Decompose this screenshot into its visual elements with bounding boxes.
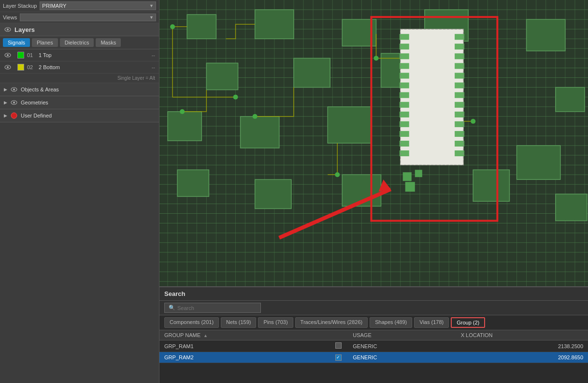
svg-rect-99 (556, 88, 585, 112)
filter-tabs-bar: Components (201) Nets (159) Pins (703) T… (159, 315, 588, 330)
section-geometries-visibility-icon[interactable] (10, 99, 18, 106)
svg-rect-129 (455, 83, 464, 88)
svg-rect-125 (455, 44, 464, 49)
single-layer-hint: Single Layer = Alt (0, 74, 159, 83)
section-geometries-arrow-icon: ▶ (4, 100, 7, 105)
section-user-defined-visibility-icon[interactable] (10, 112, 18, 119)
layer-stackup-label: Layer Stackup (3, 3, 37, 9)
row-checkbox[interactable]: ✓ (335, 354, 342, 361)
svg-rect-122 (400, 141, 409, 147)
svg-rect-115 (400, 73, 409, 79)
search-icon: 🔍 (169, 305, 175, 311)
col-header-checkbox (329, 330, 348, 340)
svg-rect-133 (455, 121, 464, 127)
filter-tab-components[interactable]: Components (201) (164, 317, 219, 328)
svg-rect-92 (168, 112, 201, 141)
svg-point-1 (7, 29, 9, 30)
filter-tab-shapes[interactable]: Shapes (489) (370, 317, 412, 328)
filter-tab-vias[interactable]: Vias (178) (414, 317, 449, 328)
layer-01-dashes: -- (152, 52, 155, 58)
row-usage: GENERIC (348, 352, 456, 363)
section-user-defined[interactable]: ▶ User Defined (0, 109, 159, 122)
tab-masks[interactable]: Masks (96, 38, 121, 47)
search-input-wrap: 🔍 (164, 303, 261, 313)
row-checkbox-cell: ✓ (329, 352, 348, 363)
row-usage: GENERIC (348, 340, 456, 352)
pcb-svg (159, 0, 588, 286)
layer-tabs: Signals Planes Dielectrics Masks (0, 36, 159, 49)
svg-point-104 (233, 95, 238, 100)
svg-rect-137 (403, 172, 412, 181)
filter-tab-pins[interactable]: Pins (703) (258, 317, 293, 328)
views-arrow-icon: ▼ (149, 15, 154, 20)
layer-row-01: 01 1 Top -- (0, 49, 159, 61)
svg-point-3 (7, 54, 9, 56)
svg-rect-94 (328, 107, 371, 143)
svg-point-109 (471, 119, 475, 124)
svg-rect-113 (400, 53, 409, 59)
section-objects-visibility-icon[interactable] (10, 86, 18, 93)
svg-rect-86 (255, 10, 294, 39)
search-header: Search (159, 287, 588, 301)
tab-dielectrics[interactable]: Dielectrics (60, 38, 94, 47)
col-header-name[interactable]: GROUP NAME ▲ (159, 330, 329, 340)
tab-planes[interactable]: Planes (32, 38, 58, 47)
table-row[interactable]: GRP_RAM1GENERIC2138.2500 (159, 340, 588, 352)
svg-rect-112 (400, 44, 409, 49)
svg-rect-93 (241, 117, 279, 148)
svg-point-7 (13, 88, 15, 90)
svg-rect-114 (400, 63, 409, 69)
svg-rect-123 (400, 150, 409, 156)
table-row[interactable]: GRP_RAM2✓GENERIC2092.8650 (159, 352, 588, 363)
layer-01-color (17, 52, 24, 59)
pcb-canvas-area[interactable] (159, 0, 588, 286)
col-header-xloc[interactable]: X LOCATION (456, 330, 588, 340)
svg-rect-134 (455, 131, 464, 137)
svg-rect-132 (455, 112, 464, 118)
row-name: GRP_RAM2 (159, 352, 329, 363)
svg-rect-98 (527, 19, 565, 51)
svg-rect-96 (255, 179, 291, 208)
section-user-defined-title: User Defined (21, 113, 52, 118)
filter-tab-group[interactable]: Group (2) (451, 317, 485, 328)
row-checkbox-cell (329, 340, 348, 352)
row-checkbox[interactable] (335, 342, 342, 349)
views-dropdown[interactable]: ▼ (20, 14, 156, 21)
svg-rect-111 (400, 34, 409, 40)
layer-stackup-dropdown[interactable]: PRIMARY ▼ (40, 1, 156, 10)
svg-point-9 (13, 102, 15, 103)
filter-tab-traces[interactable]: Traces/Lines/Wires (2826) (295, 317, 368, 328)
filter-tab-nets[interactable]: Nets (159) (221, 317, 256, 328)
svg-rect-102 (473, 170, 509, 201)
layer-02-visibility-icon[interactable] (4, 63, 12, 71)
check-icon: ✓ (336, 355, 340, 360)
search-input[interactable] (177, 305, 257, 311)
layer-01-visibility-icon[interactable] (4, 51, 12, 59)
section-objects-title: Objects & Areas (21, 87, 59, 92)
svg-rect-118 (400, 102, 409, 108)
layer-stackup-row: Layer Stackup PRIMARY ▼ (0, 0, 159, 12)
layers-visibility-icon[interactable] (4, 26, 12, 33)
svg-rect-124 (455, 34, 464, 40)
svg-rect-116 (400, 83, 409, 88)
svg-rect-89 (206, 63, 238, 89)
layer-02-num: 02 (27, 64, 36, 70)
svg-rect-100 (517, 146, 560, 179)
section-geometries[interactable]: ▶ Geometries (0, 96, 159, 109)
svg-rect-128 (455, 73, 464, 79)
layer-01-num: 01 (27, 52, 36, 58)
layer-row-02: 02 2 Bottom -- (0, 61, 159, 74)
layer-stackup-arrow-icon: ▼ (149, 3, 154, 8)
svg-point-108 (335, 172, 340, 177)
svg-point-107 (180, 109, 185, 114)
views-row: Views ▼ (0, 12, 159, 23)
svg-rect-95 (177, 170, 209, 196)
layer-01-name: 1 Top (39, 52, 152, 58)
svg-rect-139 (405, 182, 415, 192)
layers-title: Layers (14, 26, 35, 33)
col-header-usage[interactable]: USAGE (348, 330, 456, 340)
layers-header: Layers (0, 23, 159, 36)
tab-signals[interactable]: Signals (3, 38, 30, 47)
section-objects-areas[interactable]: ▶ Objects & Areas (0, 83, 159, 96)
svg-rect-126 (455, 53, 464, 59)
